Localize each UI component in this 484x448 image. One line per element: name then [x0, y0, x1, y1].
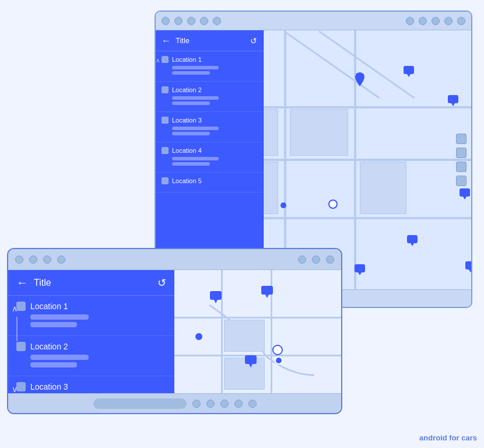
top-bar-dot-1 — [162, 17, 170, 25]
front-chevron-up-1: ∧ — [12, 304, 17, 313]
top-bar-dot-8 — [432, 17, 440, 25]
front-item-header-1: Location 1 — [16, 302, 166, 311]
front-list-item-3[interactable]: ∨ Location 3 — [8, 376, 174, 393]
front-top-dot-6 — [312, 256, 320, 264]
ctrl-btn-1[interactable] — [456, 134, 467, 144]
map-pin-7 — [465, 261, 471, 277]
svg-rect-0 — [356, 74, 364, 79]
svg-rect-5 — [460, 188, 470, 197]
ctrl-btn-4[interactable] — [456, 176, 467, 186]
front-top-dot-5 — [298, 256, 306, 264]
bar-3b — [172, 132, 210, 135]
watermark-light: for cars — [447, 433, 477, 442]
svg-rect-7 — [407, 235, 418, 243]
ctrl-btn-3[interactable] — [456, 162, 467, 172]
back-screen-top-bar — [156, 12, 471, 30]
back-panel-header: ← Title ↺ — [156, 30, 263, 51]
front-panel-list: ∧ Location 1 Location 2 — [8, 296, 174, 393]
front-dot-1 — [195, 333, 202, 340]
front-screen-top-bar — [8, 249, 341, 270]
front-bottom-dot-3 — [220, 400, 229, 408]
svg-marker-12 — [469, 270, 471, 272]
svg-rect-11 — [465, 261, 471, 270]
front-bar-2b — [30, 362, 77, 368]
back-arrow-icon[interactable]: ← — [162, 36, 171, 46]
front-location-name-2: Location 2 — [30, 342, 68, 351]
watermark-bold: android — [419, 433, 447, 442]
front-top-dot-4 — [57, 256, 65, 264]
location-name-2: Location 2 — [172, 86, 202, 93]
front-list-item-1[interactable]: ∧ Location 1 — [8, 296, 174, 336]
front-bottom-bar-pill — [93, 398, 187, 409]
item-header-1: Location 1 — [162, 56, 257, 63]
ctrl-btn-2[interactable] — [456, 148, 467, 158]
location-icon-1 — [162, 56, 169, 63]
item-header-4: Location 4 — [162, 147, 257, 154]
bar-4a — [172, 157, 219, 160]
top-bar-dot-10 — [457, 17, 465, 25]
top-bar-dot-4 — [200, 17, 208, 25]
svg-rect-13 — [210, 291, 222, 300]
front-item-header-2: Location 2 — [16, 342, 166, 351]
road-v3 — [354, 30, 356, 289]
front-top-dot-1 — [15, 256, 23, 264]
top-bar-dot-5 — [213, 17, 221, 25]
bar-2a — [172, 96, 219, 100]
map-pin-2 — [403, 65, 415, 82]
map-block-2 — [290, 109, 348, 156]
item-header-5: Location 5 — [162, 177, 257, 184]
svg-marker-8 — [411, 243, 414, 246]
top-bar-dot-6 — [406, 17, 414, 25]
svg-rect-3 — [448, 95, 458, 103]
front-location-icon-2 — [16, 342, 26, 351]
watermark: android for cars — [419, 433, 477, 442]
bar-2b — [172, 102, 210, 105]
top-bar-dot-9 — [444, 17, 453, 25]
front-screen-content: ← Title ↺ ∧ Location 1 — [8, 270, 341, 393]
bar-3a — [172, 127, 219, 130]
location-name-4: Location 4 — [172, 147, 202, 154]
front-back-arrow-icon[interactable]: ← — [16, 276, 28, 289]
front-refresh-icon[interactable]: ↺ — [157, 276, 166, 289]
front-list-item-2[interactable]: Location 2 — [8, 336, 174, 376]
item-header-2: Location 2 — [162, 86, 257, 93]
front-item-header-3: Location 3 — [16, 382, 166, 391]
front-bar-1a — [30, 314, 89, 320]
front-dot-2 — [275, 356, 283, 365]
front-panel: ← Title ↺ ∧ Location 1 — [8, 270, 174, 393]
side-controls[interactable] — [456, 134, 467, 186]
svg-marker-18 — [249, 364, 252, 368]
location-icon-3 — [162, 117, 169, 124]
back-list-item-3[interactable]: Location 3 — [156, 112, 263, 142]
svg-marker-4 — [451, 103, 455, 106]
front-bottom-dot-4 — [234, 400, 243, 408]
refresh-icon[interactable]: ↺ — [250, 36, 257, 46]
svg-marker-2 — [407, 74, 411, 77]
front-bottom-dot-1 — [192, 400, 201, 408]
back-list-item-5[interactable]: Location 5 — [156, 173, 263, 192]
svg-marker-16 — [265, 295, 269, 298]
map-pin-5 — [406, 235, 418, 251]
back-list-item-2[interactable]: Location 2 — [156, 82, 263, 112]
back-list-item-1[interactable]: ∧ Location 1 — [156, 51, 263, 82]
item-header-3: Location 3 — [162, 117, 257, 124]
bar-4b — [172, 162, 210, 166]
svg-rect-15 — [261, 286, 273, 295]
front-top-dot-2 — [29, 256, 37, 264]
back-panel-title: Title — [176, 36, 245, 45]
front-pin-3 — [244, 355, 257, 372]
location-icon-4 — [162, 147, 169, 154]
svg-marker-14 — [214, 300, 218, 303]
chevron-up-icon-1: ∧ — [156, 57, 160, 64]
bar-1b — [172, 71, 210, 75]
back-list-item-4[interactable]: Location 4 — [156, 142, 263, 173]
map-circle-1 — [328, 200, 338, 209]
front-top-dot-3 — [43, 256, 51, 264]
front-block-1 — [224, 320, 265, 352]
location-name-5: Location 5 — [172, 177, 202, 184]
top-bar-dot-7 — [419, 17, 427, 25]
map-block-3 — [360, 162, 406, 214]
front-panel-header: ← Title ↺ — [8, 270, 174, 296]
map-pin-1 — [354, 72, 366, 89]
svg-rect-1 — [404, 66, 414, 74]
